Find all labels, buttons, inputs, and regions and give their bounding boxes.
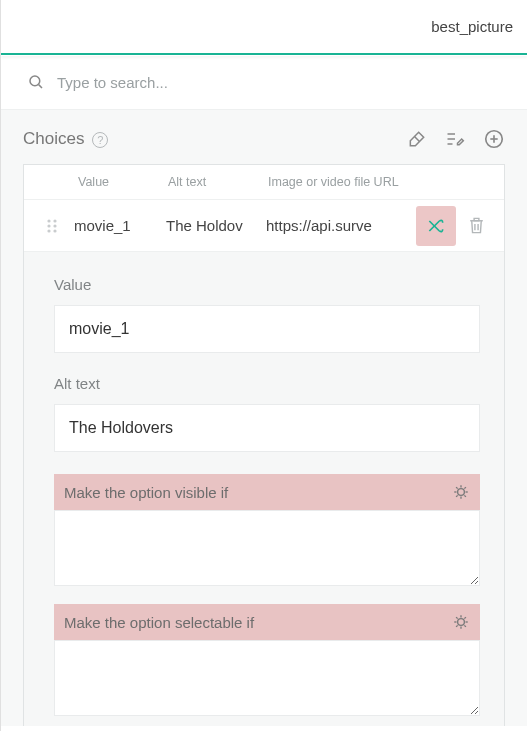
visible-if-input[interactable]	[54, 510, 480, 586]
visible-if-edit-icon[interactable]	[452, 483, 470, 501]
choices-panel: Value Alt text Image or video file URL m…	[23, 164, 505, 726]
svg-line-2	[415, 137, 420, 142]
choices-header-row: Value Alt text Image or video file URL	[24, 165, 504, 199]
selectable-if-header: Make the option selectable if	[54, 604, 480, 640]
svg-point-14	[53, 229, 56, 232]
svg-line-34	[464, 617, 466, 619]
choices-section: Choices ? Value	[1, 110, 527, 726]
col-header-value: Value	[78, 175, 168, 189]
cell-value: movie_1	[66, 217, 166, 234]
alt-text-input[interactable]	[54, 404, 480, 452]
choice-detail: Value Alt text Make the option visible i…	[24, 251, 504, 726]
section-title: Choices	[23, 129, 84, 149]
top-bar: best_picture	[1, 0, 527, 55]
svg-point-10	[53, 219, 56, 222]
page-title: best_picture	[431, 18, 513, 35]
edit-row-button[interactable]	[416, 206, 456, 246]
svg-point-9	[47, 219, 50, 222]
svg-point-12	[53, 224, 56, 227]
svg-line-1	[39, 85, 42, 88]
visible-if-header: Make the option visible if	[54, 474, 480, 510]
svg-point-0	[30, 76, 40, 86]
search-row	[1, 55, 527, 110]
svg-point-26	[458, 619, 465, 626]
batch-edit-icon[interactable]	[445, 129, 465, 149]
selectable-if-label: Make the option selectable if	[64, 614, 254, 631]
value-label: Value	[54, 276, 480, 293]
svg-line-31	[456, 617, 458, 619]
delete-row-button[interactable]	[456, 206, 496, 246]
svg-point-17	[458, 489, 465, 496]
svg-line-23	[464, 495, 466, 497]
selectable-if-input[interactable]	[54, 640, 480, 716]
svg-point-11	[47, 224, 50, 227]
search-input[interactable]	[57, 74, 509, 91]
value-input[interactable]	[54, 305, 480, 353]
choice-row[interactable]: movie_1 The Holdov https://api.surve	[24, 199, 504, 251]
cell-url: https://api.surve	[266, 217, 416, 234]
svg-line-24	[456, 495, 458, 497]
svg-line-22	[456, 487, 458, 489]
svg-line-25	[464, 487, 466, 489]
svg-point-13	[47, 229, 50, 232]
cell-alt: The Holdov	[166, 217, 266, 234]
selectable-if-edit-icon[interactable]	[452, 613, 470, 631]
col-header-alt: Alt text	[168, 175, 268, 189]
clear-icon[interactable]	[407, 129, 427, 149]
col-header-url: Image or video file URL	[268, 175, 496, 189]
svg-line-32	[464, 625, 466, 627]
alt-label: Alt text	[54, 375, 480, 392]
drag-handle-icon[interactable]	[38, 218, 66, 234]
search-icon	[27, 73, 45, 91]
visible-if-label: Make the option visible if	[64, 484, 228, 501]
add-icon[interactable]	[483, 128, 505, 150]
svg-line-33	[456, 625, 458, 627]
help-icon[interactable]: ?	[92, 132, 108, 148]
